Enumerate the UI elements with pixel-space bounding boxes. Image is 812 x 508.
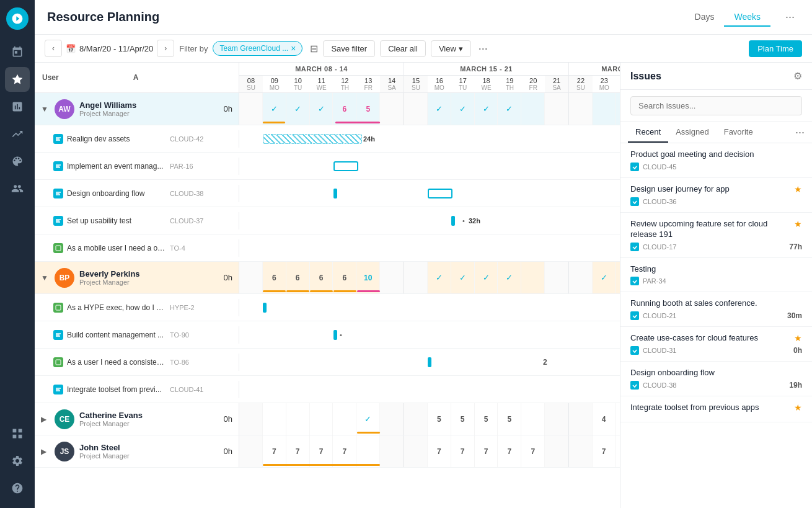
user-info-ce: ▶ CE Catherine Evans Project Manager 0h: [35, 403, 239, 435]
expand-bp[interactable]: ▼: [41, 274, 50, 282]
issue-item-integrate[interactable]: Integrate toolset from previous apps ★: [620, 396, 812, 422]
header-more-button[interactable]: ···: [780, 8, 800, 26]
user-hours-ce: 0h: [215, 414, 232, 424]
date-navigation: ‹ 📅 8/Mar/20 - 11/Apr/20 ›: [45, 40, 174, 57]
plan-time-button[interactable]: Plan Time: [749, 40, 802, 57]
issue-item-cloud45[interactable]: Product goal meeting and decision CLOUD-…: [620, 143, 812, 178]
view-label: View: [439, 44, 456, 53]
issue-check-par34: [630, 277, 639, 285]
tab-days[interactable]: Days: [685, 8, 725, 27]
sidebar-item-settings[interactable]: [5, 448, 30, 473]
issue-check-cloud17: [630, 243, 639, 251]
filter-label: Filter by: [179, 44, 208, 53]
app-logo[interactable]: [6, 7, 29, 30]
user-role-bp: Project Manager: [79, 279, 210, 286]
expand-ce[interactable]: ▶: [41, 415, 50, 424]
issues-header: Issues ⚙: [620, 63, 812, 90]
save-filter-button[interactable]: Save filter: [323, 40, 375, 57]
task-icon-to4: [53, 243, 63, 253]
filter-tag[interactable]: Team GreenCloud ... ×: [213, 41, 302, 56]
prev-date-button[interactable]: ‹: [45, 40, 62, 57]
day-21: 21 SA: [545, 76, 568, 92]
week-mar08: MARCH 08 - 14 08 SU 09 MO 10 TU: [239, 63, 404, 92]
issues-tab-favorite[interactable]: Favorite: [717, 122, 761, 143]
issues-tabs: Recent Assigned Favorite ···: [620, 122, 812, 143]
issue-item-cloud17[interactable]: Review upcoming feature set for cloud re…: [620, 213, 812, 258]
star-icon-cloud17: ★: [794, 219, 802, 229]
issue-check-cloud31: [630, 346, 639, 355]
task-icon-cloud41: [53, 385, 63, 394]
issue-item-cloud36[interactable]: Design user journey for app ★ CLOUD-36: [620, 178, 812, 213]
chevron-down-icon: ▾: [459, 44, 463, 53]
toolbar-more-button[interactable]: ···: [476, 42, 490, 55]
date-range-label: 8/Mar/20 - 11/Apr/20: [79, 44, 153, 53]
issue-hours-cloud31: 0h: [793, 346, 802, 355]
expand-js[interactable]: ▶: [41, 447, 50, 456]
issue-id-cloud38b: CLOUD-38: [643, 381, 676, 389]
filter-options-icon[interactable]: ⊟: [310, 43, 318, 55]
user-hours-aw: 0h: [215, 104, 232, 114]
issues-tab-assigned[interactable]: Assigned: [668, 122, 716, 143]
task-row-hype2: As a HYPE exec, how do I b... HYPE-2: [35, 294, 620, 321]
task-row-par16: Implement an event manag... PAR-16: [35, 153, 620, 180]
issue-item-cloud21[interactable]: Running booth at sales conference. CLOUD…: [620, 292, 812, 327]
avatar-ce: CE: [55, 409, 74, 429]
date-range: 📅 8/Mar/20 - 11/Apr/20: [66, 44, 153, 53]
task-name-to4: As a mobile user I need a ov...: [67, 244, 166, 252]
sidebar-item-help[interactable]: [5, 476, 30, 501]
issues-title: Issues: [630, 71, 661, 82]
task-icon-par16: [53, 161, 63, 171]
issue-name-par34: Testing: [630, 264, 802, 275]
task-code-cloud41: CLOUD-41: [170, 386, 203, 393]
user-row-bp: ▼ BP Beverly Perkins Project Manager 0h …: [35, 262, 620, 294]
aw-calendar-cells: ✓ ✓ ✓ 6 5: [239, 93, 620, 125]
expand-aw[interactable]: ▼: [41, 105, 50, 114]
sidebar-item-reports[interactable]: [5, 122, 30, 146]
issues-gear-icon[interactable]: ⚙: [793, 70, 802, 82]
task-name-par16: Implement an event manag...: [67, 162, 166, 171]
next-date-button[interactable]: ›: [157, 40, 174, 57]
issues-search[interactable]: [620, 90, 812, 122]
star-icon-cloud31: ★: [794, 333, 802, 343]
sidebar-item-resource[interactable]: [5, 67, 30, 92]
tab-weeks[interactable]: Weeks: [724, 8, 770, 27]
star-icon-cloud36: ★: [794, 184, 802, 194]
page-title: Resource Planning: [47, 10, 675, 24]
issue-item-cloud38b[interactable]: Design onboarding flow CLOUD-38 19h: [620, 362, 812, 396]
clear-all-button[interactable]: Clear all: [380, 40, 426, 57]
issues-list: Product goal meeting and decision CLOUD-…: [620, 143, 812, 508]
day-15: 15 SU: [404, 76, 428, 92]
day-10: 10 TU: [286, 76, 310, 92]
main-content: Resource Planning Days Weeks ··· ‹ 📅 8/M…: [35, 0, 812, 508]
sidebar-item-analytics[interactable]: [5, 94, 30, 119]
sidebar-item-calendar[interactable]: [5, 40, 30, 65]
issues-tab-recent[interactable]: Recent: [628, 122, 668, 143]
issue-name-integrate: Integrate toolset from previous apps: [630, 403, 759, 413]
day-22: 22 SU: [569, 76, 593, 92]
day-08: 08 SU: [239, 76, 263, 92]
task-row-cloud37: Set up usability test CLOUD-37 • 32h: [35, 207, 620, 234]
issue-item-par34[interactable]: Testing PAR-34: [620, 258, 812, 293]
user-name-bp: Beverly Perkins: [79, 269, 210, 279]
js-calendar-cells: 7 7 7 7 7 7 7: [239, 435, 620, 467]
issues-search-input[interactable]: [630, 96, 802, 115]
issue-item-cloud31[interactable]: Create use-cases for cloud features ★ CL…: [620, 327, 812, 362]
issue-name-cloud21: Running booth at sales conference.: [630, 298, 802, 309]
task-icon-cloud42: [53, 134, 63, 144]
user-info-aw: ▼ AW Angel Williams Project Manager 0h: [35, 93, 239, 125]
task-code-hype2: HYPE-2: [170, 304, 195, 311]
user-col-label: User: [42, 73, 59, 82]
issues-tab-more[interactable]: ···: [795, 126, 805, 139]
sidebar-item-grid[interactable]: [5, 421, 30, 446]
day-19: 19 TH: [498, 76, 521, 92]
day-12: 12 TH: [333, 76, 356, 92]
bar-label-32h: 32h: [469, 217, 480, 225]
issue-hours-cloud17: 77h: [789, 243, 802, 251]
gantt-container: User A MARCH 08 - 14 08 SU 09 MO: [35, 63, 620, 508]
sidebar-item-palette[interactable]: [5, 149, 30, 174]
issue-check-cloud36: [630, 197, 639, 206]
view-button[interactable]: View ▾: [431, 40, 471, 57]
sidebar-item-users[interactable]: [5, 176, 30, 201]
filter-remove-icon[interactable]: ×: [291, 43, 296, 53]
issue-check-cloud45: [630, 163, 639, 171]
